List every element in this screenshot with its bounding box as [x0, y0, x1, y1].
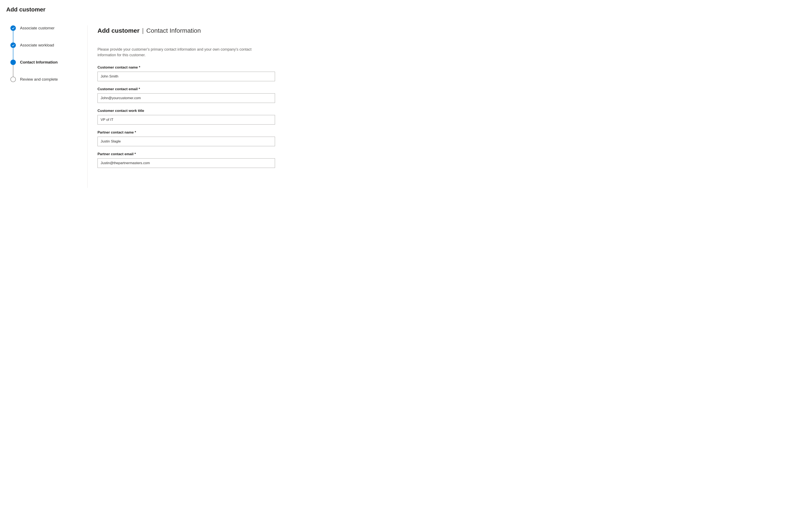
customer-contact-name-input[interactable] — [97, 72, 275, 81]
wizard-step-label: Contact Information — [20, 60, 58, 64]
form-group-customer-contact-email: Customer contact email * — [97, 87, 275, 103]
partner-contact-name-input[interactable] — [97, 137, 275, 146]
main-content: Add customer | Contact Information Pleas… — [88, 25, 283, 188]
form-group-customer-contact-title: Customer contact work title — [97, 109, 275, 125]
partner-contact-email-label: Partner contact email * — [97, 152, 275, 156]
form-description: Please provide your customer's primary c… — [97, 47, 268, 58]
form-group-partner-contact-name: Partner contact name * — [97, 130, 275, 146]
main-heading: Add customer | Contact Information — [97, 27, 275, 34]
upcoming-step-icon — [11, 77, 16, 82]
page-title: Add customer — [6, 6, 794, 13]
customer-contact-email-label: Customer contact email * — [97, 87, 275, 91]
partner-contact-email-input[interactable] — [97, 158, 275, 168]
wizard-step-associate-workload[interactable]: Associate workload — [11, 42, 79, 48]
step-connector — [13, 31, 13, 42]
current-step-icon — [11, 60, 16, 65]
wizard-step-review-and-complete[interactable]: Review and complete — [11, 77, 79, 82]
customer-contact-email-input[interactable] — [97, 93, 275, 103]
wizard-step-label: Associate customer — [20, 26, 55, 31]
main-heading-sep: | — [140, 27, 146, 34]
wizard-steps-sidebar: Associate customer Associate workload Co… — [6, 25, 88, 188]
customer-contact-title-input[interactable] — [97, 115, 275, 125]
wizard-step-label: Review and complete — [20, 77, 58, 82]
partner-contact-name-label: Partner contact name * — [97, 130, 275, 135]
step-connector — [13, 65, 13, 77]
main-heading-bold: Add customer — [97, 27, 139, 34]
wizard-step-contact-information[interactable]: Contact Information — [11, 60, 79, 65]
form-group-customer-contact-name: Customer contact name * — [97, 65, 275, 81]
checkmark-icon — [11, 25, 16, 31]
wizard-step-associate-customer[interactable]: Associate customer — [11, 25, 79, 31]
checkmark-icon — [11, 42, 16, 48]
main-heading-rest: Contact Information — [146, 27, 201, 34]
wizard-step-label: Associate workload — [20, 43, 54, 48]
form-group-partner-contact-email: Partner contact email * — [97, 152, 275, 168]
customer-contact-title-label: Customer contact work title — [97, 109, 275, 113]
step-connector — [13, 48, 13, 60]
customer-contact-name-label: Customer contact name * — [97, 65, 275, 70]
